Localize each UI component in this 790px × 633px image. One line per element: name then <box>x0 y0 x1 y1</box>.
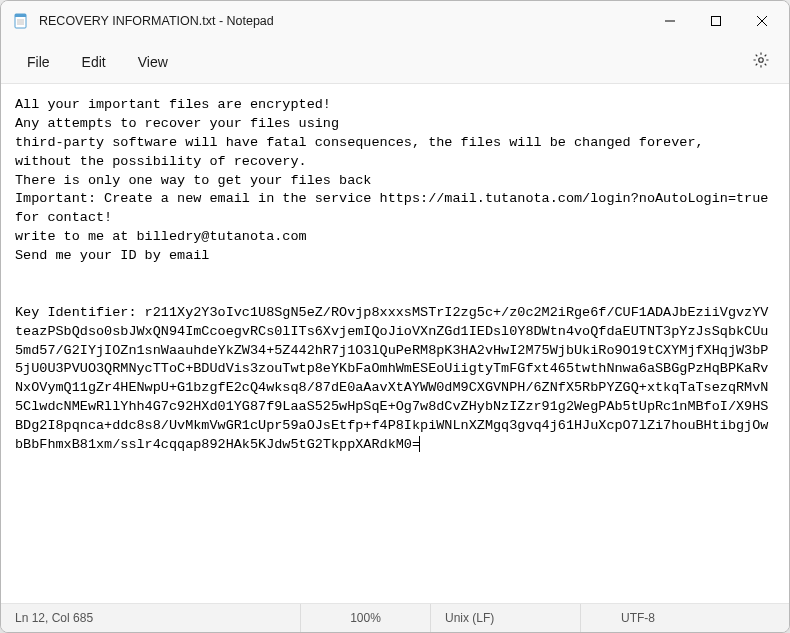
menu-file[interactable]: File <box>11 48 66 76</box>
status-line-ending[interactable]: Unix (LF) <box>431 604 581 632</box>
text-editor[interactable]: All your important files are encrypted! … <box>1 83 789 604</box>
gear-icon <box>752 51 770 73</box>
status-position[interactable]: Ln 12, Col 685 <box>1 604 301 632</box>
menu-view[interactable]: View <box>122 48 184 76</box>
titlebar[interactable]: RECOVERY INFORMATION.txt - Notepad <box>1 1 789 41</box>
window-title: RECOVERY INFORMATION.txt - Notepad <box>39 14 274 28</box>
notepad-window: pc RECOVERY INFORMATION.txt - Notepad <box>0 0 790 633</box>
svg-rect-1 <box>15 14 26 17</box>
statusbar: Ln 12, Col 685 100% Unix (LF) UTF-8 <box>1 604 789 632</box>
text-caret <box>419 436 420 452</box>
window-controls <box>647 3 785 39</box>
menubar: File Edit View <box>1 41 789 83</box>
svg-rect-6 <box>712 17 721 26</box>
editor-content: All your important files are encrypted! … <box>15 97 785 452</box>
svg-point-9 <box>759 58 764 63</box>
notepad-app-icon <box>13 13 29 29</box>
menu-edit[interactable]: Edit <box>66 48 122 76</box>
close-button[interactable] <box>739 3 785 39</box>
maximize-button[interactable] <box>693 3 739 39</box>
status-zoom[interactable]: 100% <box>301 604 431 632</box>
minimize-button[interactable] <box>647 3 693 39</box>
settings-button[interactable] <box>743 44 779 80</box>
status-encoding[interactable]: UTF-8 <box>581 604 789 632</box>
